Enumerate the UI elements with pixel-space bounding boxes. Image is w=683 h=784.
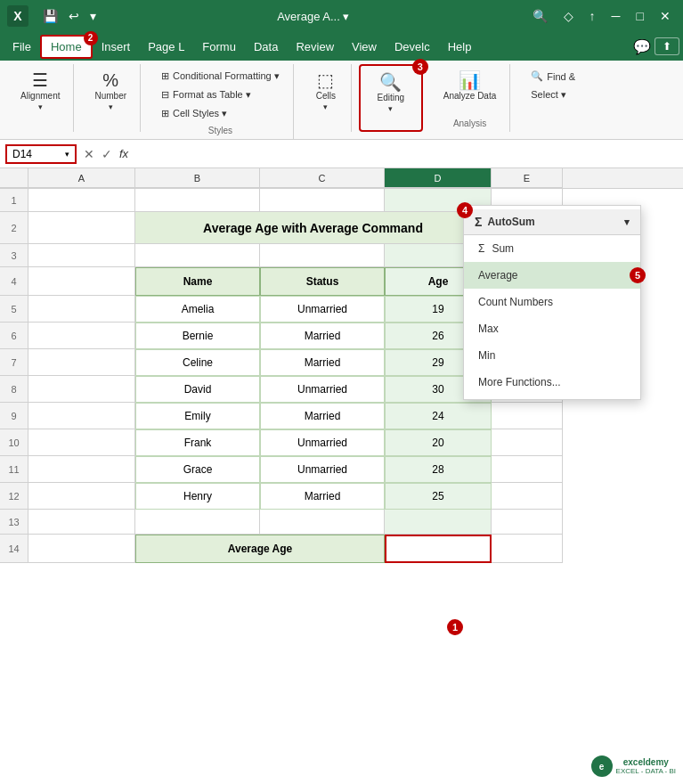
share-ribbon-btn[interactable]: ⬆: [655, 37, 679, 55]
cell-d10[interactable]: 20: [385, 429, 492, 456]
cell-a14[interactable]: [28, 535, 135, 563]
cell-b4-name[interactable]: Name: [135, 267, 260, 296]
maximize-btn[interactable]: □: [631, 7, 649, 25]
minimize-btn[interactable]: ─: [606, 7, 626, 25]
menu-view[interactable]: View: [343, 37, 386, 57]
cell-e14[interactable]: [492, 535, 563, 563]
cell-e13[interactable]: [492, 510, 563, 535]
cell-a4[interactable]: [28, 267, 135, 296]
alignment-btn[interactable]: ☰ Alignment ▾: [14, 68, 66, 115]
cell-b7[interactable]: Celine: [135, 349, 260, 376]
cell-a6[interactable]: [28, 323, 135, 349]
menu-item-more-functions[interactable]: More Functions...: [464, 369, 640, 396]
cell-b10[interactable]: Frank: [135, 429, 260, 456]
cancel-formula-btn[interactable]: ✕: [82, 145, 96, 163]
cell-b5[interactable]: Amelia: [135, 296, 260, 323]
conditional-formatting-btn[interactable]: ⊞ Conditional Formatting ▾: [155, 68, 286, 85]
menu-page-layout[interactable]: Page L: [139, 37, 193, 57]
menu-item-min[interactable]: Min: [464, 342, 640, 369]
cell-c11[interactable]: Unmarried: [260, 456, 385, 483]
save-quick-btn[interactable]: 💾: [39, 7, 61, 25]
menu-item-average[interactable]: Average 5: [464, 262, 640, 289]
col-header-c[interactable]: C: [260, 168, 385, 188]
menu-formulas[interactable]: Formu: [193, 37, 245, 57]
cell-d13[interactable]: [385, 510, 492, 535]
cell-c8[interactable]: Unmarried: [260, 376, 385, 403]
comments-btn[interactable]: 💬: [633, 37, 651, 55]
analyze-data-btn[interactable]: 📊 Analyze Data: [437, 68, 502, 104]
find-replace-btn[interactable]: 🔍 Find &: [524, 68, 581, 85]
autosum-header[interactable]: Σ AutoSum ▾ 4: [464, 209, 640, 235]
menu-help[interactable]: Help: [439, 37, 481, 57]
cell-a12[interactable]: [28, 483, 135, 510]
select-btn[interactable]: Select ▾: [524, 86, 573, 103]
menu-file[interactable]: File: [4, 37, 40, 57]
search-title-btn[interactable]: 🔍: [527, 7, 553, 25]
close-btn[interactable]: ✕: [655, 7, 676, 25]
cell-a2[interactable]: [28, 212, 135, 244]
cell-b13[interactable]: [135, 510, 260, 535]
cell-b11[interactable]: Grace: [135, 456, 260, 483]
menu-item-max[interactable]: Max: [464, 315, 640, 342]
diamond-btn[interactable]: ◇: [558, 7, 579, 25]
name-box-dropdown[interactable]: ▾: [65, 150, 69, 159]
cell-c9[interactable]: Married: [260, 403, 385, 429]
cell-styles-btn[interactable]: ⊞ Cell Styles ▾: [155, 105, 233, 122]
dropdown-quick-btn[interactable]: ▾: [86, 7, 100, 25]
menu-item-sum[interactable]: Σ Sum: [464, 235, 640, 262]
cell-c10[interactable]: Unmarried: [260, 429, 385, 456]
col-header-e[interactable]: E: [492, 168, 563, 188]
cell-b8[interactable]: David: [135, 376, 260, 403]
cell-b2-title[interactable]: Average Age with Average Command: [135, 212, 492, 244]
name-box[interactable]: D14 ▾: [5, 144, 77, 164]
menu-item-count-numbers[interactable]: Count Numbers: [464, 289, 640, 315]
cell-e11[interactable]: [492, 456, 563, 483]
cell-d14-active[interactable]: [385, 535, 492, 563]
cell-b12[interactable]: Henry: [135, 483, 260, 510]
cell-d11[interactable]: 28: [385, 456, 492, 483]
share-btn[interactable]: ↑: [584, 7, 601, 25]
cell-c4-status[interactable]: Status: [260, 267, 385, 296]
cell-c12[interactable]: Married: [260, 483, 385, 510]
col-header-b[interactable]: B: [135, 168, 260, 188]
cell-a9[interactable]: [28, 403, 135, 429]
confirm-formula-btn[interactable]: ✓: [100, 145, 114, 163]
editing-btn[interactable]: 🔍 Editing ▾: [368, 69, 414, 117]
cell-a11[interactable]: [28, 456, 135, 483]
cell-a10[interactable]: [28, 429, 135, 456]
cell-c7[interactable]: Married: [260, 349, 385, 376]
menu-developer[interactable]: Develc: [386, 37, 439, 57]
cell-a7[interactable]: [28, 349, 135, 376]
format-as-table-btn[interactable]: ⊟ Format as Table ▾: [155, 86, 257, 103]
cell-b9[interactable]: Emily: [135, 403, 260, 429]
cell-a8[interactable]: [28, 376, 135, 403]
cell-c1[interactable]: [260, 189, 385, 212]
menu-review[interactable]: Review: [287, 37, 343, 57]
cell-c13[interactable]: [260, 510, 385, 535]
cell-a13[interactable]: [28, 510, 135, 535]
col-header-d[interactable]: D: [385, 168, 492, 188]
cell-a1[interactable]: [28, 189, 135, 212]
cells-btn[interactable]: ⬚ Cells ▾: [308, 68, 344, 115]
menu-insert[interactable]: Insert: [93, 37, 140, 57]
menu-home[interactable]: Home 2: [40, 35, 93, 59]
undo-quick-btn[interactable]: ↩: [65, 7, 83, 25]
number-btn[interactable]: % Number ▾: [88, 68, 133, 115]
cell-c6[interactable]: Married: [260, 323, 385, 349]
formula-input[interactable]: [135, 146, 678, 162]
cell-d9[interactable]: 24: [385, 403, 492, 429]
cell-c5[interactable]: Unmarried: [260, 296, 385, 323]
cell-b14-average-label[interactable]: Average Age: [135, 535, 385, 563]
cell-e10[interactable]: [492, 429, 563, 456]
cell-d12[interactable]: 25: [385, 483, 492, 510]
cell-a5[interactable]: [28, 296, 135, 323]
cell-b3[interactable]: [135, 244, 260, 267]
menu-data[interactable]: Data: [245, 37, 287, 57]
cell-e9[interactable]: [492, 403, 563, 429]
cell-e12[interactable]: [492, 483, 563, 510]
cell-b6[interactable]: Bernie: [135, 323, 260, 349]
cell-b1[interactable]: [135, 189, 260, 212]
col-header-a[interactable]: A: [28, 168, 135, 188]
cell-a3[interactable]: [28, 244, 135, 267]
cell-c3[interactable]: [260, 244, 385, 267]
